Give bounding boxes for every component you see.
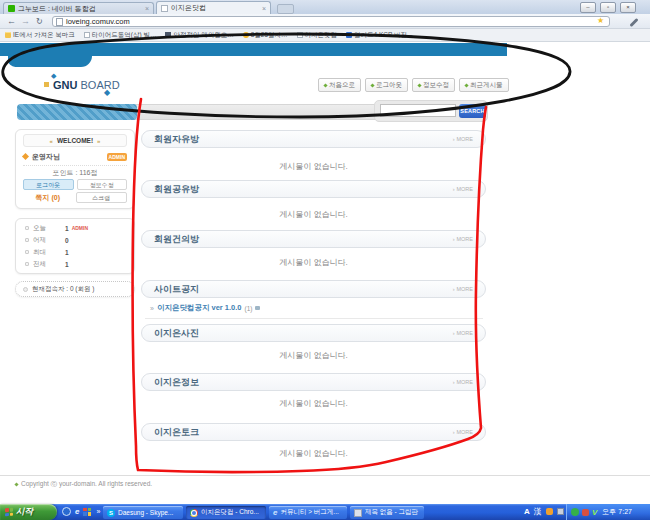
task-ie-community[interactable]: e 커뮤니티 > 버그게... bbox=[269, 506, 347, 519]
board-title: 사이트공지 bbox=[154, 283, 453, 296]
bookmark-item[interactable]: 이지은닷컴 bbox=[297, 31, 338, 40]
sprout-icon bbox=[417, 83, 421, 87]
chevron-icon: › bbox=[453, 286, 455, 292]
search-button[interactable]: SEARCH bbox=[459, 104, 486, 118]
sidebar-logout-button[interactable]: 로그아웃 bbox=[23, 179, 74, 190]
top-links: 처음으로 로그아웃 정보수정 최근게시물 bbox=[318, 78, 509, 92]
bullet-icon bbox=[25, 250, 29, 254]
more-link[interactable]: ›MORE bbox=[453, 136, 473, 142]
logout-label: 로그아웃 bbox=[376, 81, 402, 90]
sprout-icon bbox=[323, 83, 327, 87]
more-link[interactable]: ›MORE bbox=[453, 186, 473, 192]
tray-shield-icon[interactable] bbox=[571, 508, 579, 516]
board-header-notice[interactable]: 사이트공지 ›MORE bbox=[141, 280, 486, 298]
home-button[interactable]: 처음으로 bbox=[318, 78, 361, 92]
bullet-icon bbox=[25, 238, 29, 242]
board-header-share[interactable]: 회원공유방 ›MORE bbox=[141, 180, 486, 198]
current-visitors-panel[interactable]: 현재접속자 : 0 (회원 ) bbox=[15, 281, 135, 297]
board-header-photo[interactable]: 이지은사진 ›MORE bbox=[141, 324, 486, 342]
sidebar-edit-info-button[interactable]: 정보수정 bbox=[77, 179, 128, 190]
minimize-button[interactable]: – bbox=[580, 2, 596, 13]
more-link[interactable]: ›MORE bbox=[453, 330, 473, 336]
board-header-suggest[interactable]: 회원건의방 ›MORE bbox=[141, 230, 486, 248]
task-chrome[interactable]: 이지은닷컴 - Chro... bbox=[186, 506, 266, 519]
board-title: 이지은토크 bbox=[154, 426, 453, 439]
chrome-icon bbox=[190, 509, 198, 517]
tray-antivirus-icon[interactable]: V bbox=[592, 508, 597, 517]
quick-launch: e » bbox=[62, 507, 100, 516]
search-input[interactable] bbox=[380, 104, 456, 117]
quick-launch-icon[interactable] bbox=[83, 508, 91, 516]
divider bbox=[0, 475, 650, 476]
board-title: 회원건의방 bbox=[154, 233, 453, 246]
stat-row-yesterday: 어제 0 bbox=[16, 234, 134, 246]
bookmark-star-icon[interactable]: ★ bbox=[597, 16, 604, 25]
windows-flag-icon bbox=[5, 508, 13, 517]
ime-language-toggle[interactable]: A bbox=[524, 507, 530, 516]
edit-info-button[interactable]: 정보수정 bbox=[412, 78, 455, 92]
diamond-icon: ◆ bbox=[104, 88, 110, 97]
board-header-info[interactable]: 이지은정보 ›MORE bbox=[141, 373, 486, 391]
divider bbox=[145, 318, 483, 319]
gnuboard-logo[interactable]: ◆ GNU BOARD ◆ bbox=[44, 72, 124, 98]
new-tab-button[interactable] bbox=[277, 4, 294, 14]
welcome-label: WELCOME! bbox=[57, 137, 93, 144]
forward-button[interactable]: → bbox=[21, 15, 30, 28]
more-link[interactable]: ›MORE bbox=[453, 379, 473, 385]
stat-row-today: 오늘 1 ADMIN bbox=[16, 222, 134, 234]
board-empty-text: 게시물이 없습니다. bbox=[141, 257, 486, 268]
recent-posts-button[interactable]: 최근게시물 bbox=[459, 78, 509, 92]
ime-hanja-toggle[interactable]: 漢 bbox=[534, 506, 542, 517]
board-empty-text: 게시물이 없습니다. bbox=[141, 209, 486, 220]
scrap-button[interactable]: 스크랩 bbox=[76, 192, 128, 203]
tab-close-icon[interactable]: × bbox=[145, 5, 149, 12]
tab-title: 이지은닷컴 bbox=[171, 3, 206, 13]
tab-naver-search[interactable]: 그누보드 : 네이버 통합검 × bbox=[3, 2, 154, 14]
close-button[interactable]: × bbox=[620, 2, 636, 13]
points-label: 포인트 : 116점 bbox=[23, 165, 127, 178]
copyright: Copyright ⓒ your-domain. All rights rese… bbox=[15, 480, 152, 489]
bookmark-label: 타이어드통역(삼) 빌… bbox=[92, 31, 157, 40]
tab-ezeun[interactable]: 이지은닷컴 × bbox=[156, 1, 271, 14]
address-bar[interactable]: loveing.comuv.com bbox=[52, 16, 610, 27]
task-label: 커뮤니티 > 버그게... bbox=[280, 508, 338, 517]
chevron-icon: › bbox=[453, 236, 455, 242]
username: 운영자님 bbox=[32, 152, 107, 162]
ie-icon[interactable]: e bbox=[75, 507, 79, 516]
ime-icon[interactable] bbox=[546, 508, 553, 515]
bookmark-label: 얼카드4 KCP 버전 – bbox=[354, 31, 412, 40]
more-link[interactable]: ›MORE bbox=[453, 286, 473, 292]
task-paint[interactable]: 제목 없음 - 그림판 bbox=[350, 506, 424, 519]
bookmark-item[interactable]: 얼카드4 KCP 버전 – bbox=[346, 31, 412, 40]
board-empty-text: 게시물이 없습니다. bbox=[141, 448, 486, 459]
site-icon bbox=[165, 32, 171, 38]
bookmark-item[interactable]: 8월25일자… bbox=[243, 31, 288, 40]
more-link[interactable]: ›MORE bbox=[453, 236, 473, 242]
board-header-free[interactable]: 회원자유방 ›MORE bbox=[141, 130, 486, 148]
more-link[interactable]: ›MORE bbox=[453, 429, 473, 435]
tab-close-icon[interactable]: × bbox=[262, 5, 266, 12]
maximize-button[interactable]: ▫ bbox=[600, 2, 616, 13]
bullet-icon bbox=[23, 287, 28, 292]
quick-launch-icon[interactable] bbox=[62, 507, 71, 516]
stat-row-max: 최대 1 bbox=[16, 246, 134, 258]
start-button[interactable]: 시작 bbox=[0, 504, 57, 520]
logout-button[interactable]: 로그아웃 bbox=[365, 78, 408, 92]
task-skype[interactable]: S Daesung - Skype... bbox=[103, 506, 183, 519]
bookmark-item[interactable]: 타이어드통역(삼) 빌… bbox=[84, 31, 157, 40]
bookmark-imported-folder[interactable]: IE에서 가져온 북마크 bbox=[5, 31, 75, 40]
board-title: 이지은사진 bbox=[154, 327, 453, 340]
bookmark-item[interactable]: 안정적인 해외월호… bbox=[165, 31, 233, 40]
memo-link[interactable]: 쪽지 (0) bbox=[23, 193, 73, 203]
chevron-icon: › bbox=[453, 379, 455, 385]
quick-launch-overflow[interactable]: » bbox=[96, 508, 100, 515]
start-label: 시작 bbox=[16, 506, 33, 518]
ime-keyboard-icon[interactable] bbox=[557, 508, 564, 515]
tray-app-icon[interactable] bbox=[582, 509, 589, 516]
arrow-right-icon: » bbox=[97, 138, 100, 144]
page-icon bbox=[56, 18, 63, 26]
back-button[interactable]: ← bbox=[7, 15, 16, 28]
notice-post-link[interactable]: » 이지은닷컴공지 ver 1.0.0 (1) bbox=[150, 303, 480, 313]
board-header-talk[interactable]: 이지은토크 ›MORE bbox=[141, 423, 486, 441]
reload-button[interactable]: ↻ bbox=[36, 15, 43, 28]
